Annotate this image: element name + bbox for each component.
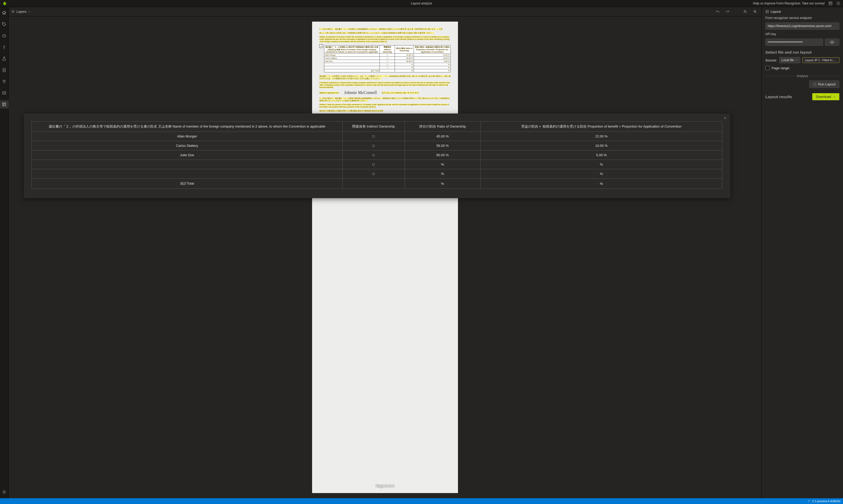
svg-text:A=: A= xyxy=(3,92,5,94)
status-bar: 2.1-preview.3-dcfb033 xyxy=(0,498,843,504)
svg-point-27 xyxy=(808,500,809,501)
flask-icon[interactable] xyxy=(0,54,8,63)
zoom-in-button[interactable] xyxy=(752,8,759,15)
svg-point-28 xyxy=(808,502,809,502)
version-text: 2.1-preview.3-dcfb033 xyxy=(812,500,840,503)
left-rail: A= xyxy=(0,7,8,498)
table-cell: 10.00 % xyxy=(481,141,722,150)
source-label: Source: xyxy=(766,58,777,62)
table-cell: % xyxy=(405,169,481,179)
table-row: □%% xyxy=(32,169,722,179)
header-indirect: 間接保有 Indirect Ownership xyxy=(342,122,405,132)
page-range-label: Page range: xyxy=(772,66,790,70)
connector-icon[interactable] xyxy=(0,43,8,51)
svg-point-7 xyxy=(5,35,5,36)
table-row: 合計Total%% xyxy=(32,179,722,189)
svg-rect-25 xyxy=(813,83,816,85)
table-indicator-icon: ⊞ xyxy=(319,44,323,48)
survey-link[interactable]: Help us improve Form Recognizer. Take ou… xyxy=(753,2,825,5)
layout-section-title: Layout xyxy=(766,10,839,14)
top-bar: Layout analyze Help us improve Form Reco… xyxy=(0,0,843,7)
results-heading: Layout results xyxy=(766,94,792,99)
page-title: Layout analyze xyxy=(411,2,432,5)
app-logo-icon xyxy=(2,0,8,6)
endpoint-label: Form recognizer service endpoint xyxy=(766,16,839,20)
table-cell: % xyxy=(481,169,722,179)
header-name: 届出書の「２」の外国法人の株主等で租税条約の適用を受ける者の氏名 又は名称 Na… xyxy=(32,122,343,132)
svg-rect-5 xyxy=(3,35,6,37)
document-canvas[interactable]: 3 日本の税法上、届出書の「２」の外国法人が納税義務者とされるが、租税条約の規定… xyxy=(8,16,761,498)
table-cell: % xyxy=(481,179,722,189)
tag-icon[interactable] xyxy=(0,20,8,29)
svg-point-13 xyxy=(4,491,5,493)
table-cell: Carlos Slattery xyxy=(32,141,343,150)
svg-rect-10 xyxy=(3,103,6,106)
table-row: Carlos Slattery□56.00 %10.00 % xyxy=(32,141,722,150)
document-page: 3 日本の税法上、届出書の「２」の外国法人が納税義務者とされるが、租税条約の規定… xyxy=(312,22,458,493)
svg-point-29 xyxy=(810,501,810,501)
apikey-input[interactable] xyxy=(766,38,823,46)
file-input[interactable]: Layout JP 1 - Filled In.pdf xyxy=(802,57,839,63)
layers-label: Layers xyxy=(16,10,27,14)
select-file-heading: Select file and run layout xyxy=(766,50,839,54)
undo-button[interactable] xyxy=(714,8,721,15)
analysis-label: Analysis xyxy=(797,74,808,78)
table-cell: □ xyxy=(342,169,405,179)
feedback-icon[interactable] xyxy=(828,1,832,5)
table-cell xyxy=(342,179,405,189)
redo-button[interactable] xyxy=(724,8,731,15)
endpoint-input[interactable] xyxy=(766,22,839,30)
robot-icon[interactable] xyxy=(0,32,8,40)
right-panel: Layout Form recognizer service endpoint … xyxy=(761,7,843,498)
plug-icon[interactable] xyxy=(0,77,8,86)
ocr-icon[interactable]: A= xyxy=(0,89,8,97)
zoom-out-button[interactable] xyxy=(742,8,749,15)
page-range-checkbox[interactable] xyxy=(766,66,770,70)
svg-line-18 xyxy=(756,12,756,13)
chevron-down-icon xyxy=(833,95,836,98)
table-cell: 合計Total xyxy=(32,179,343,189)
branch-icon xyxy=(808,500,811,503)
download-button[interactable]: Download xyxy=(812,93,839,100)
svg-line-15 xyxy=(746,12,747,13)
layout-icon[interactable] xyxy=(0,100,8,109)
table-cell: 80.00 % xyxy=(405,150,481,160)
apikey-label: API key xyxy=(766,32,839,36)
chevron-down-icon xyxy=(795,59,798,61)
table-cell: 22.00 % xyxy=(481,132,722,141)
svg-point-4 xyxy=(3,23,3,23)
close-icon[interactable] xyxy=(723,116,726,120)
gear-icon[interactable] xyxy=(0,488,8,496)
svg-point-6 xyxy=(3,35,4,36)
home-icon[interactable] xyxy=(0,8,8,17)
source-dropdown[interactable]: Local file xyxy=(779,57,800,63)
canvas-toolbar: Layers xyxy=(8,7,761,16)
table-cell: Julie Doe xyxy=(32,150,343,160)
chevron-down-icon xyxy=(28,11,31,13)
table-cell: % xyxy=(405,179,481,189)
table-cell: 5.00 % xyxy=(481,150,722,160)
table-cell: □ xyxy=(342,150,405,160)
table-cell: □ xyxy=(342,141,405,150)
table-row: Allan Munger□45.00 %22.00 % xyxy=(32,132,722,141)
signature-text: Johnnie McConnell xyxy=(344,90,377,95)
table-cell: □ xyxy=(342,160,405,169)
table-cell xyxy=(32,169,343,179)
svg-rect-21 xyxy=(766,11,768,13)
page-indicator: Page 2 of 4 xyxy=(376,484,394,488)
svg-rect-1 xyxy=(830,3,831,4)
table-cell: Allan Munger xyxy=(32,132,343,141)
help-icon[interactable]: ? xyxy=(836,1,840,5)
layers-dropdown[interactable]: Layers xyxy=(11,10,31,14)
run-layout-button[interactable]: Run Layout xyxy=(809,80,840,88)
svg-text:?: ? xyxy=(838,2,839,5)
table-header-row: 届出書の「２」の外国法人の株主等で租税条約の適用を受ける者の氏名 又は名称 Na… xyxy=(32,122,722,132)
table-cell: % xyxy=(405,160,481,169)
table-row: Julie Doe□80.00 %5.00 % xyxy=(32,150,722,160)
svg-point-24 xyxy=(831,42,833,43)
table-cell: % xyxy=(481,160,722,169)
extracted-table-overlay: 届出書の「２」の外国法人の株主等で租税条約の適用を受ける者の氏名 又は名称 Na… xyxy=(24,113,730,198)
table-row: □%% xyxy=(32,160,722,169)
show-password-button[interactable] xyxy=(825,38,839,46)
new-document-icon[interactable] xyxy=(0,66,8,74)
